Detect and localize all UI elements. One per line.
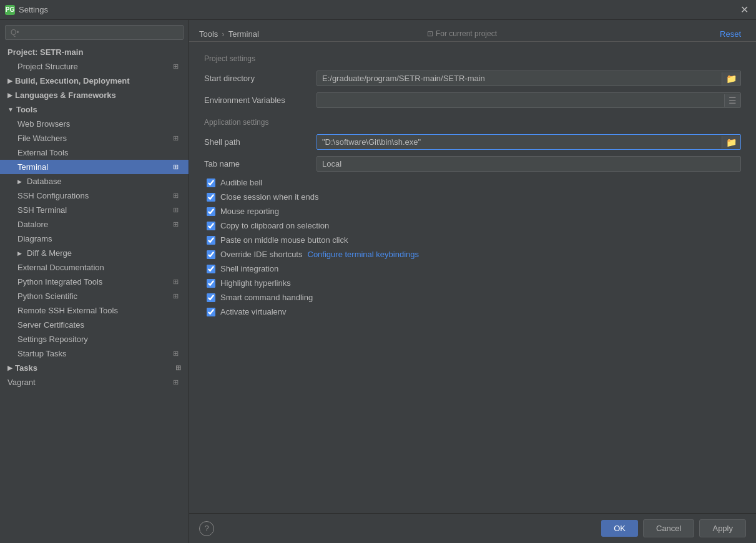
breadcrumb-current: Terminal [228,29,259,39]
bottom-bar: ? OK Cancel Apply [189,513,756,543]
shell-path-browse-button[interactable]: 📁 [722,136,740,149]
highlight-hyperlinks-label: Highlight hyperlinks [220,278,291,288]
activate-virtualenv-label: Activate virtualenv [220,307,287,316]
tasks-icon: ⊞ [175,364,181,372]
highlight-hyperlinks-checkbox[interactable] [207,279,215,288]
close-button[interactable]: ✕ [738,4,751,16]
env-vars-edit-button[interactable]: ☰ [724,94,740,107]
sidebar-item-settings-repository[interactable]: Settings Repository [0,332,189,346]
override-shortcuts-row: Override IDE shortcuts Configure termina… [204,250,741,259]
audible-bell-label: Audible bell [220,178,262,187]
right-panel: Tools › Terminal ⊡ For current project R… [189,20,756,543]
app-icon: PG [5,5,15,15]
panel-header: Tools › Terminal ⊡ For current project R… [189,20,756,42]
sidebar-item-vagrant[interactable]: Vagrant ⊞ [0,375,189,389]
smart-command-label: Smart command handling [220,293,313,302]
env-vars-input[interactable] [317,93,724,107]
tab-name-input[interactable] [317,157,740,171]
copy-clipboard-label: Copy to clipboard on selection [220,221,329,230]
window-title: Settings [19,5,48,14]
expand-icon [7,106,14,113]
file-watchers-icon: ⊞ [173,134,179,142]
start-directory-browse-button[interactable]: 📁 [722,72,740,85]
sidebar-item-diagrams[interactable]: Diagrams [0,232,189,246]
override-shortcuts-checkbox[interactable] [207,250,215,259]
paste-middle-label: Paste on middle mouse button click [220,235,348,245]
smart-command-checkbox[interactable] [207,293,215,302]
sidebar-item-tasks[interactable]: Tasks ⊞ [0,361,189,375]
for-current-project-button[interactable]: ⊡ For current project [421,26,503,41]
apply-button[interactable]: Apply [699,519,746,537]
expand-icon [7,92,12,99]
sidebar-item-build-execution[interactable]: Build, Execution, Deployment [0,74,189,88]
sidebar-nav: Project: SETR-main Project Structure ⊞ B… [0,45,189,543]
sidebar-item-languages-frameworks[interactable]: Languages & Frameworks [0,88,189,102]
sidebar: Project: SETR-main Project Structure ⊞ B… [0,20,189,543]
shell-path-input[interactable] [317,135,722,149]
shell-path-input-wrap: 📁 [317,134,741,150]
sidebar-item-terminal[interactable]: Terminal ⊞ [0,160,189,174]
mouse-reporting-checkbox[interactable] [207,207,215,216]
sidebar-item-ssh-terminal[interactable]: SSH Terminal ⊞ [0,203,189,217]
sidebar-item-web-browsers[interactable]: Web Browsers [0,117,189,131]
project-label: Project: SETR-main [0,45,189,59]
mouse-reporting-row: Mouse reporting [204,207,741,216]
env-vars-row: Environment Variables ☰ [204,92,741,108]
breadcrumb: Tools › Terminal [199,29,411,39]
shell-path-label: Shell path [204,137,317,147]
sidebar-item-startup-tasks[interactable]: Startup Tasks ⊞ [0,346,189,361]
tab-name-label: Tab name [204,159,317,169]
copy-clipboard-checkbox[interactable] [207,222,215,230]
close-session-checkbox[interactable] [207,193,215,202]
for-project-icon: ⊡ [427,29,433,38]
expand-icon [7,77,12,84]
shell-integration-row: Shell integration [204,264,741,273]
smart-command-row: Smart command handling [204,293,741,302]
database-expand-icon [17,179,22,185]
activate-virtualenv-checkbox[interactable] [207,308,215,316]
sidebar-item-project-structure[interactable]: Project Structure ⊞ [0,59,189,74]
ok-button[interactable]: OK [601,520,638,537]
sidebar-item-server-certificates[interactable]: Server Certificates [0,318,189,332]
project-structure-icon: ⊞ [173,62,179,71]
env-vars-input-wrap: ☰ [317,92,741,108]
startup-tasks-icon: ⊞ [173,350,179,358]
close-session-label: Close session when it ends [220,192,319,202]
shell-integration-checkbox[interactable] [207,265,215,273]
search-input[interactable] [5,25,184,40]
sidebar-item-ssh-configurations[interactable]: SSH Configurations ⊞ [0,188,189,203]
copy-clipboard-row: Copy to clipboard on selection [204,221,741,230]
mouse-reporting-label: Mouse reporting [220,207,279,216]
sidebar-item-database[interactable]: Database [0,174,189,188]
title-bar: PG Settings ✕ [0,0,756,20]
tab-name-row: Tab name [204,156,741,172]
start-directory-input[interactable] [317,71,722,86]
start-directory-input-wrap: 📁 [317,71,741,86]
sidebar-item-python-scientific[interactable]: Python Scientific ⊞ [0,289,189,303]
sidebar-item-tools[interactable]: Tools [0,102,189,117]
tab-name-input-wrap [317,156,741,172]
sidebar-item-diff-merge[interactable]: Diff & Merge [0,246,189,260]
configure-keybindings-link[interactable]: Configure terminal keybindings [308,250,419,259]
sidebar-item-remote-ssh-external-tools[interactable]: Remote SSH External Tools [0,303,189,318]
override-shortcuts-label: Override IDE shortcuts [220,250,303,259]
breadcrumb-separator: › [222,29,224,39]
audible-bell-checkbox[interactable] [207,179,215,187]
sidebar-item-python-integrated-tools[interactable]: Python Integrated Tools ⊞ [0,275,189,289]
vagrant-icon: ⊞ [173,378,179,386]
cancel-button[interactable]: Cancel [643,519,694,537]
reset-button[interactable]: Reset [715,27,746,41]
ssh-terminal-icon: ⊞ [173,206,179,214]
shell-path-row: Shell path 📁 [204,134,741,150]
python-scientific-icon: ⊞ [173,292,179,300]
project-settings-label: Project settings [204,54,741,63]
sidebar-item-file-watchers[interactable]: File Watchers ⊞ [0,131,189,145]
paste-middle-checkbox[interactable] [207,236,215,245]
sidebar-item-external-tools[interactable]: External Tools [0,145,189,160]
help-button[interactable]: ? [199,521,214,536]
shell-integration-label: Shell integration [220,264,278,273]
sidebar-item-datalore[interactable]: Datalore ⊞ [0,217,189,232]
diff-expand-icon [17,250,22,257]
paste-middle-row: Paste on middle mouse button click [204,235,741,245]
sidebar-item-external-documentation[interactable]: External Documentation [0,260,189,275]
